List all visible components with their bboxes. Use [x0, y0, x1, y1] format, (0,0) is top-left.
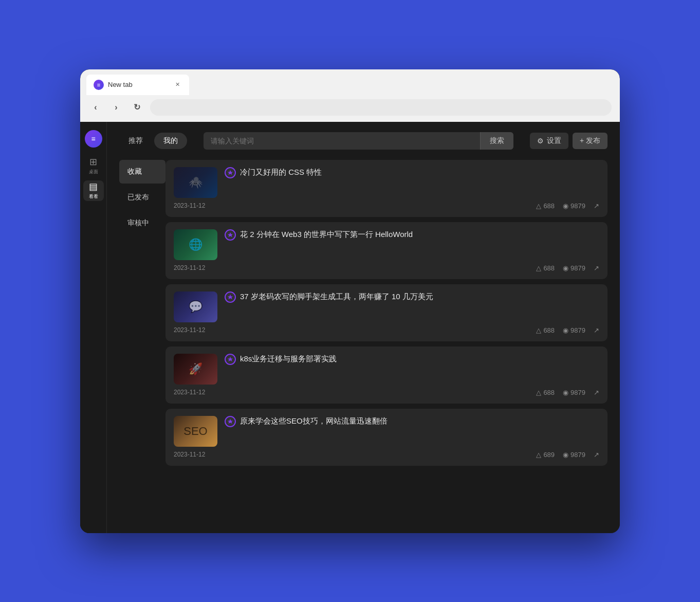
view-icon: ◉	[563, 451, 568, 459]
thumb-decoration: 💬	[189, 300, 202, 314]
article-footer: 2023-11-12 △ 688 ◉ 9879 ↗	[174, 389, 599, 396]
article-header: 🕷️ 冷门又好用的 CSS 特性	[174, 167, 599, 198]
likes-count: 688	[543, 326, 555, 334]
reader-icon: ▤	[89, 181, 98, 192]
search-area: 搜索	[204, 132, 513, 150]
article-stats: △ 688 ◉ 9879 ↗	[536, 389, 599, 396]
share-icon[interactable]: ↗	[594, 264, 599, 272]
views-stat: ◉ 9879	[563, 326, 585, 334]
sidebar-item-reader[interactable]: ▤ 看看	[83, 180, 104, 201]
share-stat[interactable]: ↗	[594, 451, 599, 459]
search-input[interactable]	[204, 132, 480, 150]
like-icon: △	[536, 326, 541, 334]
article-thumbnail: 🚀	[174, 354, 217, 385]
nav-bar: ‹ › ↻	[80, 95, 620, 122]
likes-count: 688	[543, 389, 555, 396]
article-card[interactable]: 🚀 k8s业务迁移与服务部署实践 2023-11-12	[165, 346, 607, 404]
browser-window: ≡ New tab ✕ ‹ › ↻ ≡ ⊞ 桌面 ▤ 看看	[80, 69, 620, 533]
like-icon: △	[536, 264, 541, 272]
likes-count: 689	[543, 451, 555, 459]
article-date: 2023-11-12	[174, 326, 205, 334]
browser-chrome: ≡ New tab ✕ ‹ › ↻	[80, 69, 620, 122]
article-meta-top: 原来学会这些SEO技巧，网站流量迅速翻倍	[225, 416, 599, 427]
view-icon: ◉	[563, 326, 568, 334]
article-card[interactable]: 🕷️ 冷门又好用的 CSS 特性 2023-11-12	[165, 160, 607, 217]
article-meta-top: 冷门又好用的 CSS 特性	[225, 167, 599, 178]
share-icon[interactable]: ↗	[594, 389, 599, 396]
share-icon[interactable]: ↗	[594, 326, 599, 334]
article-header: 💬 37 岁老码农写的脚手架生成工具，两年赚了 10 几万美元	[174, 291, 599, 322]
author-avatar	[225, 291, 236, 303]
sidebar-item-desktop[interactable]: ⊞ 桌面	[83, 156, 104, 176]
settings-label: 设置	[547, 136, 561, 145]
article-card[interactable]: 💬 37 岁老码农写的脚手架生成工具，两年赚了 10 几万美元	[165, 284, 607, 341]
left-sidebar: ≡ ⊞ 桌面 ▤ 看看	[80, 122, 107, 533]
search-button[interactable]: 搜索	[480, 132, 513, 150]
back-button[interactable]: ‹	[88, 100, 103, 115]
gear-icon: ⚙	[537, 137, 544, 145]
views-stat: ◉ 9879	[563, 264, 585, 272]
filter-tab-mine[interactable]: 我的	[154, 133, 187, 149]
share-stat[interactable]: ↗	[594, 326, 599, 334]
article-meta-top: 花 2 分钟在 Web3 的世界中写下第一行 HelloWorld	[225, 229, 599, 241]
browser-tab[interactable]: ≡ New tab ✕	[86, 75, 189, 95]
forward-button[interactable]: ›	[109, 100, 123, 115]
main-content: 推荐 我的 搜索 ⚙ 设置 + 发布	[107, 122, 620, 533]
article-header: 🚀 k8s业务迁移与服务部署实践	[174, 354, 599, 385]
settings-button[interactable]: ⚙ 设置	[530, 133, 568, 149]
views-stat: ◉ 9879	[563, 451, 585, 459]
tab-favicon: ≡	[94, 80, 104, 90]
sub-nav-favorites[interactable]: 收藏	[119, 160, 165, 184]
thumb-decoration: 🌐	[189, 238, 202, 251]
article-title: 冷门又好用的 CSS 特性	[240, 168, 322, 177]
sidebar-label-desktop: 桌面	[89, 169, 98, 175]
share-stat[interactable]: ↗	[594, 264, 599, 272]
article-info: 冷门又好用的 CSS 特性	[225, 167, 599, 178]
share-icon[interactable]: ↗	[594, 202, 599, 210]
content-area: 收藏 已发布 审核中 🕷️	[119, 160, 607, 466]
browser-content: ≡ ⊞ 桌面 ▤ 看看 推荐 我的 搜索	[80, 122, 620, 533]
article-thumbnail: 🕷️	[174, 167, 217, 198]
views-count: 9879	[570, 264, 585, 272]
thumbnail-image: 🚀	[174, 354, 217, 385]
article-card[interactable]: 🌐 花 2 分钟在 Web3 的世界中写下第一行 HelloWorld	[165, 222, 607, 279]
article-info: 花 2 分钟在 Web3 的世界中写下第一行 HelloWorld	[225, 229, 599, 241]
tab-bar: ≡ New tab ✕	[80, 69, 620, 95]
article-title: 花 2 分钟在 Web3 的世界中写下第一行 HelloWorld	[240, 230, 413, 240]
top-bar: 推荐 我的 搜索 ⚙ 设置 + 发布	[119, 132, 607, 150]
tab-close-button[interactable]: ✕	[173, 80, 182, 89]
like-icon: △	[536, 389, 541, 396]
likes-stat: △ 688	[536, 202, 555, 210]
author-avatar	[225, 416, 236, 427]
article-thumbnail: SEO	[174, 416, 217, 447]
article-header: SEO 原来学会这些SEO技巧，网站流量迅速翻倍	[174, 416, 599, 447]
article-footer: 2023-11-12 △ 688 ◉ 9879 ↗	[174, 264, 599, 272]
article-header: 🌐 花 2 分钟在 Web3 的世界中写下第一行 HelloWorld	[174, 229, 599, 260]
share-icon[interactable]: ↗	[594, 451, 599, 459]
sub-nav-published[interactable]: 已发布	[119, 186, 165, 209]
like-icon: △	[536, 202, 541, 210]
article-date: 2023-11-12	[174, 202, 205, 209]
author-avatar	[225, 229, 236, 241]
reload-button[interactable]: ↻	[130, 100, 144, 115]
article-info: k8s业务迁移与服务部署实践	[225, 354, 599, 365]
article-card[interactable]: SEO 原来学会这些SEO技巧，网站流量迅速翻倍 2023-11-	[165, 409, 607, 466]
thumbnail-image: 💬	[174, 291, 217, 322]
article-footer: 2023-11-12 △ 688 ◉ 9879 ↗	[174, 326, 599, 334]
sidebar-label-reader: 看看	[89, 193, 98, 200]
article-footer: 2023-11-12 △ 689 ◉ 9879 ↗	[174, 451, 599, 459]
filter-tabs: 推荐 我的	[119, 133, 187, 149]
article-list: 🕷️ 冷门又好用的 CSS 特性 2023-11-12	[165, 160, 607, 466]
filter-tab-recommended[interactable]: 推荐	[119, 133, 152, 149]
publish-button[interactable]: + 发布	[573, 133, 607, 149]
article-meta-top: 37 岁老码农写的脚手架生成工具，两年赚了 10 几万美元	[225, 291, 599, 303]
share-stat[interactable]: ↗	[594, 389, 599, 396]
sidebar-logo[interactable]: ≡	[85, 130, 102, 148]
view-icon: ◉	[563, 264, 568, 272]
sub-nav-reviewing[interactable]: 审核中	[119, 211, 165, 235]
address-bar[interactable]	[150, 99, 612, 116]
share-stat[interactable]: ↗	[594, 202, 599, 210]
thumb-decoration: SEO	[183, 425, 207, 438]
likes-count: 688	[543, 264, 555, 272]
likes-stat: △ 689	[536, 451, 555, 459]
